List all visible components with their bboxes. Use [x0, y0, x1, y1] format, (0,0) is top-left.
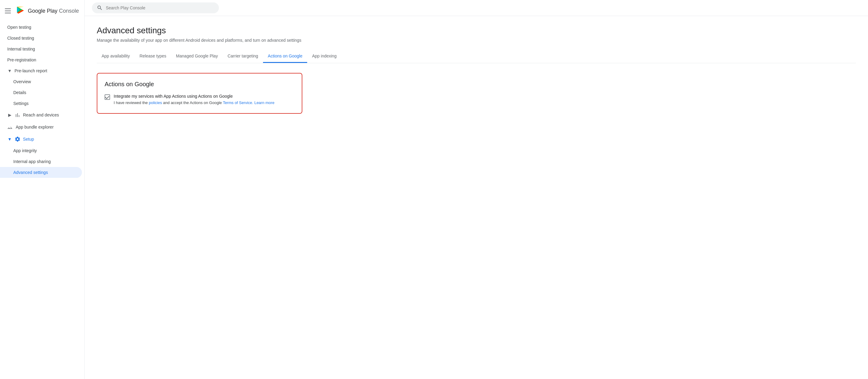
- sidebar-item-label: Pre-registration: [7, 57, 36, 62]
- card-title: Actions on Google: [104, 81, 294, 88]
- checkbox-description: I have reviewed the policies and accept …: [114, 100, 275, 106]
- logo-container: Google Play Console: [16, 6, 79, 16]
- search-icon: [97, 5, 103, 11]
- sidebar-item-open-testing[interactable]: Open testing: [0, 22, 82, 33]
- sidebar-item-label: Internal testing: [7, 47, 35, 51]
- tab-carrier-targeting[interactable]: Carrier targeting: [223, 50, 263, 63]
- sidebar-item-label: Closed testing: [7, 36, 34, 40]
- chevron-down-icon: ▼: [7, 68, 12, 73]
- logo-brand: Google Play: [28, 8, 57, 14]
- sidebar-item-label: Overview: [13, 79, 31, 84]
- tab-managed-google-play[interactable]: Managed Google Play: [171, 50, 223, 63]
- bar-chart-icon: [14, 112, 21, 118]
- sidebar-item-advanced-settings[interactable]: Advanced settings: [0, 167, 82, 178]
- gear-icon: [14, 136, 21, 142]
- learn-more-link[interactable]: Learn more: [253, 100, 275, 105]
- sidebar-item-overview[interactable]: Overview: [0, 76, 82, 87]
- page-subtitle: Manage the availability of your app on d…: [97, 38, 856, 42]
- sidebar-item-label: App integrity: [13, 148, 37, 153]
- chevron-right-icon: ▶: [7, 113, 12, 117]
- actions-on-google-card: Actions on Google Integrate my services …: [97, 73, 302, 114]
- hamburger-menu-button[interactable]: [5, 7, 12, 14]
- sidebar-item-app-integrity[interactable]: App integrity: [0, 145, 82, 156]
- search-box[interactable]: [92, 2, 219, 13]
- sidebar-header: Google Play Console: [0, 2, 84, 19]
- terms-of-service-link[interactable]: Terms of Service.: [223, 100, 253, 105]
- sidebar-item-closed-testing[interactable]: Closed testing: [0, 33, 82, 43]
- sidebar-item-label: Setup: [23, 137, 34, 142]
- sidebar: Google Play Console Open testing Closed …: [0, 0, 85, 379]
- page-title: Advanced settings: [97, 26, 856, 35]
- sidebar-item-label: Reach and devices: [23, 113, 59, 117]
- sidebar-item-details[interactable]: Details: [0, 87, 82, 98]
- sidebar-item-internal-testing[interactable]: Internal testing: [0, 43, 82, 54]
- sidebar-item-setup[interactable]: ▼ Setup: [0, 133, 82, 145]
- sidebar-item-reach-and-devices[interactable]: ▶ Reach and devices: [0, 109, 82, 121]
- top-bar: [85, 0, 868, 16]
- desc-middle: and accept the Actions on Google: [162, 100, 223, 105]
- google-play-logo-icon: [16, 6, 25, 16]
- main-content: Advanced settings Manage the availabilit…: [85, 0, 868, 379]
- sidebar-item-settings[interactable]: Settings: [0, 98, 82, 109]
- sidebar-navigation: Open testing Closed testing Internal tes…: [0, 19, 84, 180]
- tab-app-availability[interactable]: App availability: [97, 50, 134, 63]
- policies-link[interactable]: policies: [149, 100, 162, 105]
- desc-prefix: I have reviewed the: [114, 100, 149, 105]
- tab-app-indexing[interactable]: App indexing: [307, 50, 341, 63]
- sidebar-item-label: Details: [13, 90, 26, 95]
- checkbox-row: Integrate my services with App Actions u…: [104, 94, 294, 106]
- tab-release-types[interactable]: Release types: [134, 50, 171, 63]
- sidebar-item-app-bundle-explorer[interactable]: App bundle explorer: [0, 121, 82, 133]
- sidebar-item-label: Internal app sharing: [13, 159, 51, 164]
- tabs-navigation: App availability Release types Managed G…: [97, 50, 856, 63]
- checkbox-container[interactable]: [104, 94, 110, 100]
- tab-actions-on-google[interactable]: Actions on Google: [263, 50, 307, 63]
- checkbox-text: Integrate my services with App Actions u…: [114, 94, 275, 106]
- sidebar-item-pre-launch-report[interactable]: ▼ Pre-launch report: [0, 65, 82, 76]
- checkbox-label: Integrate my services with App Actions u…: [114, 94, 275, 98]
- sidebar-item-label: App bundle explorer: [16, 125, 54, 129]
- sidebar-item-label: Settings: [13, 101, 29, 106]
- sidebar-item-label: Advanced settings: [13, 170, 48, 175]
- chevron-down-icon: ▼: [7, 137, 12, 142]
- search-input[interactable]: [106, 5, 214, 10]
- sidebar-item-label: Open testing: [7, 25, 31, 30]
- sidebar-item-label: Pre-launch report: [14, 68, 47, 73]
- sidebar-item-pre-registration[interactable]: Pre-registration: [0, 54, 82, 65]
- logo-text: Google Play Console: [28, 8, 79, 14]
- content-area: Advanced settings Manage the availabilit…: [85, 16, 868, 379]
- sidebar-item-internal-app-sharing[interactable]: Internal app sharing: [0, 156, 82, 167]
- integrate-checkbox[interactable]: [104, 94, 110, 100]
- landscape-icon: [7, 124, 13, 130]
- logo-product: Console: [57, 8, 79, 14]
